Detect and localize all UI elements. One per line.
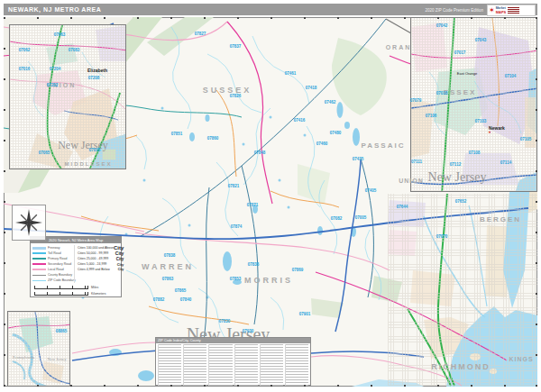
legend-line-sample — [32, 252, 46, 254]
zip-index-column — [208, 344, 232, 386]
scale-bar-miles — [34, 286, 88, 289]
legend-line-sample — [32, 247, 46, 250]
legend-road-label: Toll Road — [48, 251, 61, 255]
scale-miles-label: Miles — [91, 286, 98, 289]
frame-ticks-top — [4, 17, 537, 19]
frame-ticks-bottom — [4, 385, 537, 387]
legend-scale-bars: Miles Kilometers — [31, 283, 121, 297]
compass-rose — [12, 205, 46, 241]
map-poster: NEWARK, NJ METRO AREA 2020 ZIP Code Prem… — [0, 0, 541, 392]
inset-newark-essex — [410, 17, 537, 192]
inset-phillipsburg-grid — [8, 312, 69, 386]
inset-union-grid — [10, 25, 125, 169]
zip-index-column — [234, 344, 258, 386]
map-legend: 2020 Newark, NJ Metro Area Map FreewayTo… — [30, 236, 122, 297]
inset-phillipsburg — [7, 311, 70, 387]
north-arrow-icon — [15, 209, 42, 236]
legend-city-list: Cities 100,000 and AboveCityCities 50,00… — [74, 245, 124, 283]
legend-line-sample — [32, 269, 46, 270]
legend-road-list: FreewayToll RoadPrimary RoadSecondary Ro… — [32, 245, 74, 283]
legend-road-label: Primary Road — [48, 257, 67, 260]
zip-index-column — [183, 344, 206, 386]
scale-km-label: Kilometers — [91, 292, 106, 296]
legend-line-sample — [32, 258, 46, 260]
zip-index-column — [260, 344, 283, 386]
zip-index-column — [158, 344, 181, 386]
zip-index-column — [285, 344, 308, 386]
legend-city-range: Cities 100,000 and Above — [78, 246, 114, 250]
inset-newark-grid — [411, 18, 536, 191]
legend-city-range: Cities 4,999 and Below — [78, 268, 110, 271]
urban-street-grid — [388, 194, 537, 386]
frame-ticks-left — [4, 17, 5, 387]
legend-road-label: County Boundary — [48, 273, 72, 277]
legend-line-sample — [32, 275, 46, 276]
legend-line-sample — [32, 263, 46, 265]
legend-city-sample: City — [116, 257, 124, 261]
legend-road-row: ZIP Code Boundary — [32, 278, 74, 283]
zip-index-columns — [156, 343, 310, 387]
legend-city-range: Cities 50,000 - 99,999 — [78, 251, 108, 255]
zip-index-table: ZIP Code Index/City, County — [155, 337, 311, 386]
legend-city-range: Cities 25,000 - 49,999 — [78, 257, 108, 260]
scale-bar-km — [34, 292, 88, 296]
legend-road-label: Freeway — [48, 246, 60, 250]
legend-road-label: Secondary Road — [48, 262, 71, 266]
legend-line-sample — [32, 280, 46, 281]
legend-road-label: ZIP Code Boundary — [48, 278, 76, 282]
legend-city-row: Cities 4,999 and BelowCity — [78, 267, 124, 272]
legend-city-sample: City — [118, 268, 124, 271]
inset-union-elizabeth — [9, 24, 126, 169]
legend-city-sample: City — [115, 251, 124, 256]
legend-city-sample: City — [117, 262, 124, 267]
frame-ticks-right — [536, 17, 537, 387]
legend-road-label: Local Road — [48, 268, 64, 271]
legend-city-range: Cities 5,000 - 24,999 — [78, 262, 106, 266]
